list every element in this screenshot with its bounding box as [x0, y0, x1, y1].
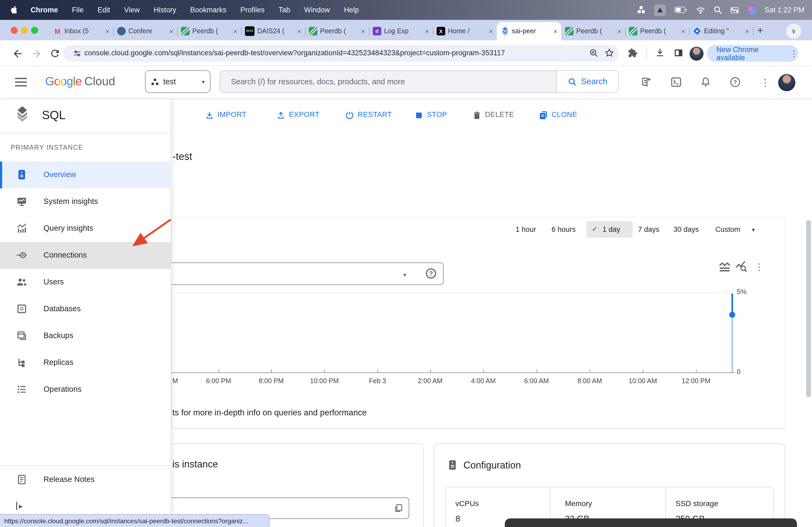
reload-icon[interactable] — [49, 48, 61, 59]
apple-icon[interactable] — [9, 5, 17, 15]
siri-icon[interactable] — [747, 6, 756, 14]
data-point-dot[interactable] — [729, 312, 735, 317]
spotlight-icon[interactable] — [713, 6, 722, 14]
range-1-day-selected[interactable]: ✓ 1 day — [586, 221, 633, 238]
copy-icon[interactable] — [394, 503, 403, 513]
tab-editing[interactable]: Editing "× — [689, 22, 753, 40]
console-search-input[interactable]: Search (/) for resources, docs, products… — [220, 70, 556, 93]
delete-button[interactable]: DELETE — [472, 110, 514, 120]
extensions-icon[interactable] — [627, 48, 637, 58]
wifi-icon[interactable] — [696, 6, 705, 14]
menu-edit[interactable]: Edit — [98, 6, 110, 14]
menu-profiles[interactable]: Profiles — [240, 6, 264, 14]
battery-icon[interactable] — [674, 6, 687, 13]
chart-kebab-icon[interactable]: ⋮ — [755, 261, 764, 273]
close-icon[interactable]: × — [297, 27, 301, 35]
url-text[interactable]: console.cloud.google.com/sql/instances/s… — [84, 49, 505, 57]
control-center-icon[interactable] — [730, 7, 739, 13]
console-search-button[interactable]: Search — [556, 70, 619, 93]
range-7-days[interactable]: 7 days — [638, 225, 659, 234]
zoom-window-button[interactable] — [31, 27, 38, 34]
kebab-icon[interactable]: ⋮ — [790, 48, 798, 58]
close-icon[interactable]: × — [361, 27, 365, 35]
close-icon[interactable]: × — [617, 27, 621, 35]
new-tab-button[interactable]: + — [757, 25, 763, 36]
forward-icon[interactable] — [31, 48, 42, 60]
close-icon[interactable]: × — [425, 27, 429, 35]
menu-help[interactable]: Help — [344, 6, 359, 14]
chrome-profile-avatar[interactable] — [690, 47, 704, 61]
menu-window[interactable]: Window — [304, 6, 330, 14]
range-30-days[interactable]: 30 days — [673, 225, 699, 234]
bookmark-star-icon[interactable] — [604, 48, 614, 58]
tab-peerdb-4[interactable]: Peerdb (× — [625, 22, 689, 40]
cloud-shell-icon[interactable] — [670, 76, 682, 88]
close-icon[interactable]: × — [489, 27, 493, 35]
chrome-update-chip[interactable]: New Chrome available ⋮ — [707, 45, 798, 62]
sidebar-item-databases[interactable]: Databases — [0, 296, 171, 322]
tab-peerdb-1[interactable]: Peerdb (× — [177, 22, 241, 40]
menu-chrome[interactable]: Chrome — [31, 6, 58, 14]
site-settings-icon[interactable] — [73, 49, 82, 58]
tab-search-chevron-icon[interactable]: ∨ — [786, 24, 801, 39]
stop-button[interactable]: STOP — [414, 110, 447, 120]
close-icon[interactable]: × — [681, 27, 685, 35]
download-icon[interactable] — [655, 47, 665, 58]
menu-tab[interactable]: Tab — [278, 6, 290, 14]
close-icon[interactable]: × — [745, 27, 749, 35]
side-panel-icon[interactable] — [673, 48, 684, 58]
tab-sai-peerdb-active[interactable]: sai-peer× — [497, 22, 561, 40]
zoom-icon[interactable] — [589, 48, 599, 58]
sidebar-item-operations[interactable]: Operations — [0, 376, 171, 403]
menu-view[interactable]: View — [124, 6, 140, 14]
range-6-hours[interactable]: 6 hours — [552, 225, 576, 234]
export-button[interactable]: EXPORT — [276, 110, 320, 120]
sidebar-item-backups[interactable]: Backups — [0, 322, 171, 349]
tab-log-explorer[interactable]: d Log Exp× — [369, 22, 433, 40]
tab-inbox[interactable]: M Inbox (5× — [49, 22, 113, 40]
close-icon[interactable]: × — [170, 27, 173, 35]
sidebar-item-replicas[interactable]: Replicas — [0, 349, 171, 376]
sidebar-item-connections[interactable]: Connections — [0, 242, 171, 269]
collapse-sidebar-icon[interactable]: ▸ — [16, 502, 23, 510]
metric-help-icon[interactable]: ? — [426, 268, 436, 278]
kebab-icon[interactable]: ⋮ — [760, 77, 770, 89]
area-chart-toggle-icon[interactable] — [719, 261, 731, 273]
back-icon[interactable] — [12, 48, 24, 60]
sidebar-item-system-insights[interactable]: System insights — [0, 189, 171, 215]
menubar-app-icon[interactable] — [654, 4, 666, 16]
close-icon[interactable]: × — [233, 27, 237, 35]
clone-button[interactable]: CLONE — [539, 110, 577, 120]
tab-peerdb-3[interactable]: Peerdb (× — [561, 22, 625, 40]
gemini-notes-icon[interactable] — [640, 76, 652, 88]
account-avatar[interactable] — [778, 74, 795, 91]
menu-file[interactable]: File — [72, 6, 84, 14]
tab-x-home[interactable]: X Home /× — [433, 22, 497, 40]
help-icon[interactable]: ? — [729, 76, 741, 88]
close-icon[interactable]: × — [105, 27, 110, 35]
menu-bookmarks[interactable]: Bookmarks — [190, 6, 226, 14]
metric-select[interactable]: ▾ ? — [129, 262, 444, 285]
range-custom[interactable]: Custom — [715, 225, 740, 234]
minimize-window-button[interactable] — [21, 27, 28, 34]
range-1-hour[interactable]: 1 hour — [516, 225, 536, 234]
restart-button[interactable]: RESTART — [345, 110, 392, 120]
notifications-bell-icon[interactable] — [700, 76, 712, 88]
hamburger-menu-icon[interactable] — [15, 78, 27, 86]
sidebar-item-overview[interactable]: Overview — [0, 162, 171, 189]
sidebar-item-query-insights[interactable]: Query insights — [0, 215, 171, 242]
window-tiling-icon[interactable] — [637, 6, 645, 14]
sidebar-item-users[interactable]: Users — [0, 269, 171, 296]
tab-peerdb-2[interactable]: Peerdb (× — [305, 22, 369, 40]
caret-down-icon[interactable]: ▾ — [752, 226, 755, 234]
tab-conference[interactable]: Confere× — [113, 22, 177, 40]
google-cloud-logo[interactable]: Google Cloud — [45, 75, 115, 89]
close-window-button[interactable] — [11, 27, 18, 34]
menu-history[interactable]: History — [154, 6, 176, 14]
menubar-clock[interactable]: Sat 1:22 PM — [765, 6, 804, 14]
tab-dais24[interactable]: DAIS DAIS24 (× — [241, 22, 305, 40]
scrollbar-thumb[interactable] — [806, 220, 811, 397]
close-icon[interactable]: × — [553, 27, 557, 35]
project-picker[interactable]: test ▾ — [145, 70, 211, 93]
sidebar-item-release-notes[interactable]: Release Notes — [0, 466, 171, 493]
